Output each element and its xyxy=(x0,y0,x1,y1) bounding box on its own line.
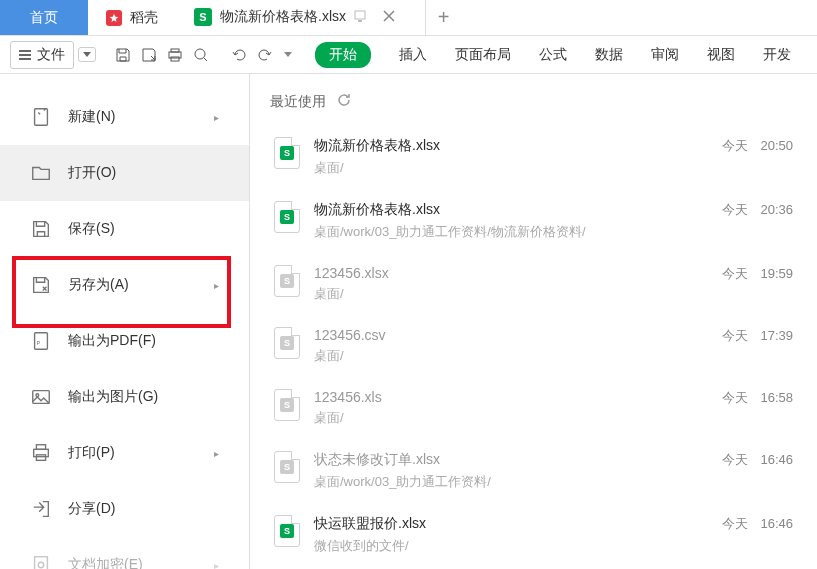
title-tabs: 首页 稻壳 S 物流新价格表格.xlsx + xyxy=(0,0,817,36)
svg-rect-3 xyxy=(171,49,179,52)
ribbon-formula[interactable]: 公式 xyxy=(539,46,567,64)
file-name: 123456.csv xyxy=(314,327,708,343)
svg-rect-0 xyxy=(355,11,365,19)
menu-new[interactable]: 新建(N)▸ xyxy=(0,89,249,145)
recent-title: 最近使用 xyxy=(270,93,326,111)
file-time: 今天16:46 xyxy=(722,451,793,469)
file-time: 今天19:59 xyxy=(722,265,793,283)
file-icon: S xyxy=(274,327,300,359)
menu-open[interactable]: 打开(O) xyxy=(0,145,249,201)
recent-file-item[interactable]: S快运联盟报价.xlsx微信收到的文件/今天16:46 xyxy=(270,503,797,567)
ribbon-data[interactable]: 数据 xyxy=(595,46,623,64)
menu-share[interactable]: 分享(D) xyxy=(0,481,249,537)
recent-file-item[interactable]: S物流新价格表格.xlsx桌面/今天20:50 xyxy=(270,125,797,189)
file-name: 状态未修改订单.xlsx xyxy=(314,451,708,469)
file-icon: S xyxy=(274,137,300,169)
file-path: 桌面/ xyxy=(314,159,708,177)
refresh-icon[interactable] xyxy=(336,92,352,111)
svg-text:P: P xyxy=(36,340,40,346)
file-name: 123456.xlsx xyxy=(314,265,708,281)
svg-rect-12 xyxy=(36,445,45,450)
docer-icon xyxy=(106,10,122,26)
ribbon-review[interactable]: 审阅 xyxy=(651,46,679,64)
redo-dropdown[interactable] xyxy=(280,48,296,61)
chevron-right-icon: ▸ xyxy=(214,280,219,291)
file-name: 物流新价格表格.xlsx xyxy=(314,137,708,155)
preview-icon[interactable] xyxy=(190,44,212,66)
file-icon: S xyxy=(274,515,300,547)
file-path: 微信收到的文件/ xyxy=(314,537,708,555)
file-dropdown-caret[interactable] xyxy=(78,47,96,62)
file-time: 今天16:58 xyxy=(722,389,793,407)
file-name: 123456.xls xyxy=(314,389,708,405)
hamburger-icon xyxy=(19,50,31,60)
menu-save-as[interactable]: 另存为(A)▸ xyxy=(0,257,249,313)
save-as-icon[interactable] xyxy=(138,44,160,66)
file-time: 今天17:39 xyxy=(722,327,793,345)
recent-file-item[interactable]: S物流新价格表格.xlsx桌面/work/03_助力通工作资料/物流新价格资料/… xyxy=(270,189,797,253)
file-icon: S xyxy=(274,451,300,483)
toolbar: 文件 开始 插入 页面布局 公式 数据 审阅 视图 开发 xyxy=(0,36,817,74)
file-time: 今天20:50 xyxy=(722,137,793,155)
xlsx-icon: S xyxy=(194,8,212,26)
tab-label: 物流新价格表格.xlsx xyxy=(220,8,346,26)
save-icon[interactable] xyxy=(112,44,134,66)
tab-current-file[interactable]: S 物流新价格表格.xlsx xyxy=(176,0,425,35)
menu-encrypt[interactable]: 文档加密(E)▸ xyxy=(0,537,249,569)
ribbon-view[interactable]: 视图 xyxy=(707,46,735,64)
file-path: 桌面/work/03_助力通工作资料/物流新价格资料/ xyxy=(314,223,708,241)
recent-file-item[interactable]: S123456.xls桌面/今天16:58 xyxy=(270,377,797,439)
file-time: 今天20:36 xyxy=(722,201,793,219)
file-icon: S xyxy=(274,265,300,297)
ribbon-layout[interactable]: 页面布局 xyxy=(455,46,511,64)
menu-export-pdf[interactable]: P 输出为PDF(F) xyxy=(0,313,249,369)
window-icon[interactable] xyxy=(354,9,368,25)
svg-rect-6 xyxy=(35,109,48,126)
ribbon-tabs: 开始 插入 页面布局 公式 数据 审阅 视图 开发 xyxy=(315,42,791,68)
tab-label: 稻壳 xyxy=(130,9,158,27)
svg-rect-1 xyxy=(358,20,362,22)
recent-file-item[interactable]: S123456.csv桌面/今天17:39 xyxy=(270,315,797,377)
file-icon: S xyxy=(274,389,300,421)
chevron-right-icon: ▸ xyxy=(214,112,219,123)
file-path: 桌面/ xyxy=(314,347,708,365)
chevron-right-icon: ▸ xyxy=(214,448,219,459)
file-menu-button[interactable]: 文件 xyxy=(10,41,74,69)
menu-print[interactable]: 打印(P)▸ xyxy=(0,425,249,481)
recent-file-item[interactable]: S123456.xlsx桌面/今天19:59 xyxy=(270,253,797,315)
svg-point-15 xyxy=(38,562,44,568)
tab-docer[interactable]: 稻壳 xyxy=(88,0,176,35)
ribbon-start[interactable]: 开始 xyxy=(315,42,371,68)
file-menu-panel: 新建(N)▸ 打开(O) 保存(S) 另存为(A)▸ P 输出为PDF(F) 输… xyxy=(0,74,250,569)
undo-icon[interactable] xyxy=(228,44,250,66)
svg-point-5 xyxy=(195,49,205,59)
file-path: 桌面/ xyxy=(314,285,708,303)
menu-save[interactable]: 保存(S) xyxy=(0,201,249,257)
print-icon[interactable] xyxy=(164,44,186,66)
close-icon[interactable] xyxy=(383,9,395,25)
recent-file-item[interactable]: S状态未修改订单.xlsx桌面/work/03_助力通工作资料/今天16:46 xyxy=(270,439,797,503)
tab-home[interactable]: 首页 xyxy=(0,0,88,35)
tab-add-button[interactable]: + xyxy=(425,0,461,35)
menu-export-image[interactable]: 输出为图片(G) xyxy=(0,369,249,425)
file-path: 桌面/work/03_助力通工作资料/ xyxy=(314,473,708,491)
redo-icon[interactable] xyxy=(254,44,276,66)
recent-panel: 最近使用 S物流新价格表格.xlsx桌面/今天20:50S物流新价格表格.xls… xyxy=(250,74,817,569)
chevron-right-icon: ▸ xyxy=(214,560,219,570)
ribbon-dev[interactable]: 开发 xyxy=(763,46,791,64)
svg-rect-13 xyxy=(36,455,45,461)
file-icon: S xyxy=(274,201,300,233)
file-name: 快运联盟报价.xlsx xyxy=(314,515,708,533)
file-path: 桌面/ xyxy=(314,409,708,427)
file-name: 物流新价格表格.xlsx xyxy=(314,201,708,219)
file-time: 今天16:46 xyxy=(722,515,793,533)
ribbon-insert[interactable]: 插入 xyxy=(399,46,427,64)
